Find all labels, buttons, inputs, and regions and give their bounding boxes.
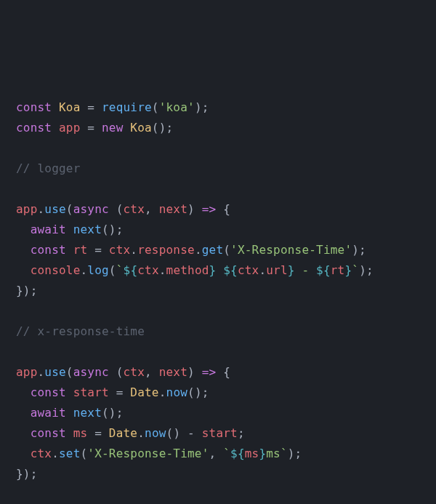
identifier: Koa (59, 100, 81, 114)
code-line: }); (16, 467, 38, 481)
code-line: const app = new Koa(); (16, 121, 173, 135)
code-line: console.log(`${ctx.method} ${ctx.url} - … (16, 263, 374, 277)
code-line: }); (16, 284, 38, 297)
function-call: require (102, 100, 152, 114)
code-line: const start = Date.now(); (16, 385, 209, 399)
code-line: const ms = Date.now() - start; (16, 426, 245, 440)
keyword-const: const (16, 100, 52, 114)
code-line: // logger (16, 161, 81, 175)
code-line: await next(); (16, 406, 124, 420)
code-line: const Koa = require('koa'); (16, 100, 209, 114)
code-line: // x-response-time (16, 324, 145, 338)
comment: // logger (16, 161, 81, 175)
code-line: ctx.set('X-Response-Time', `${ms}ms`); (16, 447, 302, 460)
string: 'koa' (159, 100, 195, 114)
comment: // x-response-time (16, 324, 145, 338)
code-line: app.use(async (ctx, next) => { (16, 365, 230, 379)
code-line: const rt = ctx.response.get('X-Response-… (16, 243, 366, 257)
code-line: app.use(async (ctx, next) => { (16, 202, 230, 216)
code-block: const Koa = require('koa'); const app = … (16, 97, 436, 504)
code-line: await next(); (16, 223, 124, 236)
